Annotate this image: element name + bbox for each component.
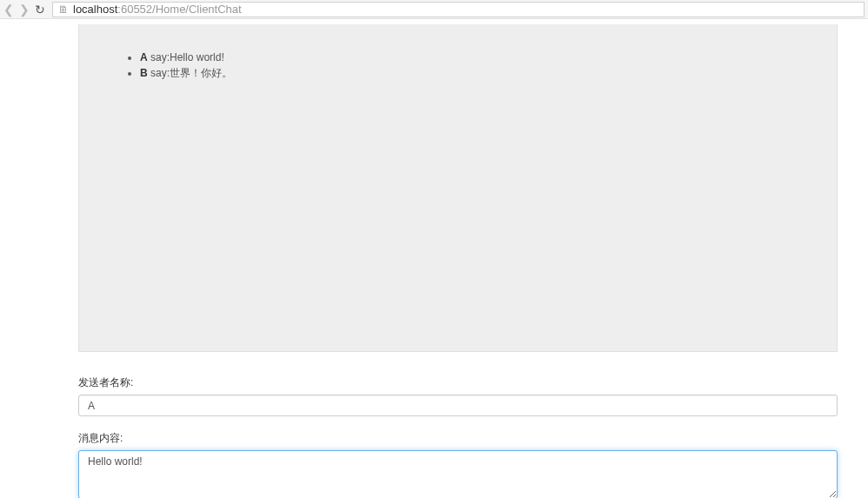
sender-name-input[interactable] — [78, 395, 838, 416]
forward-icon[interactable]: ❯ — [19, 3, 30, 16]
message-sender: A — [140, 51, 148, 63]
browser-toolbar: ❮ ❯ ↻ 🗎 localhost:60552/Home/ClientChat — [0, 0, 868, 19]
page-icon: 🗎 — [58, 3, 69, 16]
nav-arrows: ❮ ❯ — [3, 3, 30, 16]
back-icon[interactable]: ❮ — [3, 3, 14, 16]
reload-icon[interactable]: ↻ — [35, 3, 45, 16]
sender-name-label: 发送者名称: — [78, 375, 838, 390]
message-content-label: 消息内容: — [78, 431, 838, 446]
message-content-textarea[interactable] — [78, 450, 838, 498]
chat-message-list: A say:Hello world! B say:世界！你好。 — [105, 50, 811, 81]
page-content: A say:Hello world! B say:世界！你好。 发送者名称: 消… — [0, 24, 839, 498]
url-path: :60552/Home/ClientChat — [117, 3, 241, 16]
message-say: say: — [150, 51, 170, 63]
list-item: A say:Hello world! — [140, 50, 811, 65]
message-text: 世界！你好。 — [170, 67, 232, 79]
message-text: Hello world! — [170, 51, 224, 63]
list-item: B say:世界！你好。 — [140, 66, 811, 81]
message-sender: B — [140, 67, 148, 79]
url-host: localhost — [73, 3, 117, 16]
address-bar[interactable]: 🗎 localhost:60552/Home/ClientChat — [52, 2, 865, 17]
message-say: say: — [150, 67, 170, 79]
chat-history-box[interactable]: A say:Hello world! B say:世界！你好。 — [78, 24, 838, 352]
chat-form: 发送者名称: 消息内容: Send — [78, 375, 838, 498]
